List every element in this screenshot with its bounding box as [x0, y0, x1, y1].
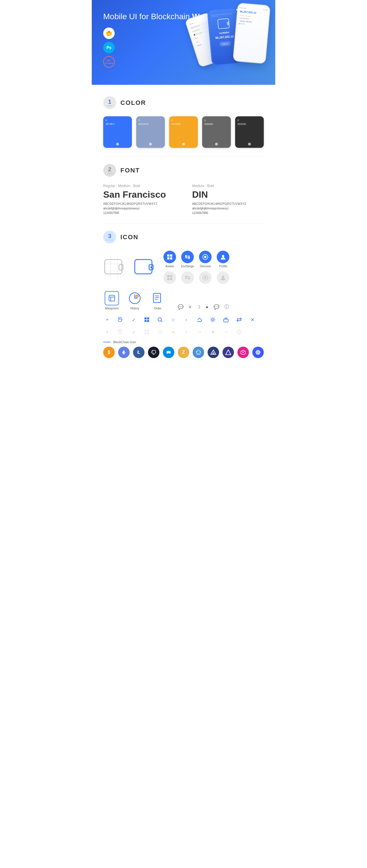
discover-label: Discover — [200, 265, 211, 268]
screens-badge: 60+Screens — [103, 56, 115, 68]
hero-section: Mobile UI for Blockchain Wallet UI Kit P… — [92, 0, 275, 85]
phone-right: myWallet 12-298 $6,297,502.12 ▼ BTC 788-… — [232, 3, 271, 64]
circle-icon: ● — [205, 305, 208, 310]
discover-icon-ghost — [199, 271, 211, 284]
blockchain-icons-label: BlockChain Icon — [103, 340, 264, 344]
star-icon: ☆ — [169, 316, 177, 324]
svg-rect-22 — [170, 275, 172, 277]
chat-icon: 💬 — [178, 304, 184, 310]
svg-rect-15 — [170, 254, 172, 257]
svg-marker-67 — [226, 350, 231, 355]
font-details: Regular · Medium · Bold San Francisco AB… — [103, 184, 264, 215]
exchange-label: Exchange — [181, 265, 194, 268]
svg-rect-44 — [147, 320, 149, 322]
svg-rect-54 — [144, 332, 146, 334]
svg-rect-55 — [147, 332, 149, 334]
ardor-icon — [223, 347, 234, 358]
share-icon — [196, 316, 204, 324]
chat2-icon: 💬 — [214, 304, 219, 310]
svg-rect-21 — [167, 275, 169, 277]
svg-point-19 — [204, 256, 206, 258]
plus-icon: + — [103, 316, 111, 324]
cosmos-icon — [252, 347, 264, 358]
crypto-icons-row: ₿ Ł Z — [103, 347, 264, 358]
svg-rect-17 — [170, 257, 172, 259]
exchange-icon-item: Exchange — [181, 251, 194, 268]
ethereum-icon — [118, 347, 130, 358]
din-font-name: DIN — [192, 189, 264, 200]
svg-rect-52 — [144, 330, 146, 332]
moon-icon: ☽ — [196, 304, 200, 310]
search-icon — [156, 316, 164, 324]
svg-line-46 — [161, 321, 162, 322]
icon-section-header: 3 THREE ICON — [103, 230, 264, 244]
svg-rect-43 — [144, 320, 146, 322]
sketch-badge — [103, 28, 115, 39]
din-lowercase: abcdefghijklmnopqrstuvwxyz — [192, 207, 264, 210]
profile-label: Profile — [219, 265, 227, 268]
layers-icon: ≡ — [189, 305, 191, 310]
verge-icon — [207, 347, 219, 358]
discover-icon-item: Discover — [199, 251, 211, 268]
icon-section: 3 THREE ICON — [103, 230, 264, 358]
sf-lowercase: abcdefghijklmnopqrstuvwxyz — [103, 207, 175, 210]
zcash-icon: Z — [178, 347, 189, 358]
color-swatch-orange: #F5A623 — [169, 116, 198, 148]
sf-numbers: 1234567890 — [103, 211, 175, 215]
svg-rect-28 — [109, 296, 115, 301]
profile-icon-circle — [217, 251, 229, 263]
svg-point-47 — [212, 319, 214, 320]
utility-icons-faded: + ✓ ★ ‹ ↔ ✕ → ⓘ — [103, 328, 264, 336]
color-section-header: 1 ONE COLOR — [103, 96, 264, 109]
din-style-label: Medium · Bold — [192, 184, 264, 188]
management-icon — [105, 291, 119, 305]
color-swatches: #3574FA #8DA0C8 #F5A623 #666666 #303030 — [103, 116, 264, 148]
color-swatch-blue: #3574FA — [103, 116, 132, 148]
section-number-font: 2 TWO — [103, 164, 116, 177]
assets-label: Assets — [165, 265, 174, 268]
svg-rect-41 — [144, 317, 146, 319]
exchange-icon-circle — [181, 251, 194, 263]
arrows-icon-faded: ↔ — [196, 328, 204, 336]
font-section: 2 TWO FONT Regular · Medium · Bold San F… — [103, 164, 264, 215]
forward-icon-faded: → — [222, 328, 230, 336]
document-icon-faded — [116, 328, 124, 336]
sf-font-name: San Francisco — [103, 189, 175, 200]
history-icon-item: ! History — [126, 291, 143, 310]
svg-rect-48 — [224, 319, 228, 322]
blockchain-text: BlockChain Icon — [113, 340, 136, 344]
check-icon-faded: ✓ — [130, 328, 138, 336]
grid-icon — [143, 316, 151, 324]
grid-icon-faded — [143, 328, 151, 336]
assets-icon-circle — [163, 251, 176, 263]
management-icon-item: Mangment — [103, 291, 120, 310]
svg-rect-42 — [147, 317, 149, 319]
chevron-left-icon: ‹ — [182, 316, 190, 324]
section-number-color: 1 ONE — [103, 96, 116, 109]
blackcoin-icon — [148, 347, 160, 358]
color-swatch-gray: #666666 — [202, 116, 231, 148]
upload-icon — [222, 316, 230, 324]
history-icon: ! — [128, 291, 142, 305]
svg-point-56 — [158, 330, 162, 334]
color-section: 1 ONE COLOR #3574FA #8DA0C8 #F5A623 #666… — [103, 96, 264, 148]
info-icon: ⓘ — [225, 304, 229, 310]
color-title: COLOR — [120, 99, 146, 106]
chevron-left-faded: ‹ — [182, 328, 190, 336]
utility-icons-colored: + ✓ ☆ ‹ ✕ — [103, 316, 264, 324]
info-icon-faded: ⓘ — [235, 328, 243, 336]
assets-icon-ghost — [163, 271, 176, 284]
management-label: Mangment — [105, 307, 118, 310]
phone-mockups: Profile ▣ Mangment ✉ Message 📱 Red Catle… — [184, 4, 273, 63]
star-icon-colored: ★ — [169, 328, 177, 336]
svg-point-72 — [257, 352, 259, 353]
svg-text:!: ! — [137, 295, 137, 298]
din-numbers: 1234567890 — [192, 211, 264, 215]
svg-rect-53 — [147, 330, 149, 332]
svg-line-57 — [161, 333, 162, 334]
assets-icon-item: Assets — [163, 251, 176, 268]
svg-point-20 — [222, 255, 224, 257]
search-icon-faded — [156, 328, 164, 336]
cross-icon-faded: ✕ — [209, 328, 217, 336]
svg-rect-16 — [167, 257, 169, 259]
